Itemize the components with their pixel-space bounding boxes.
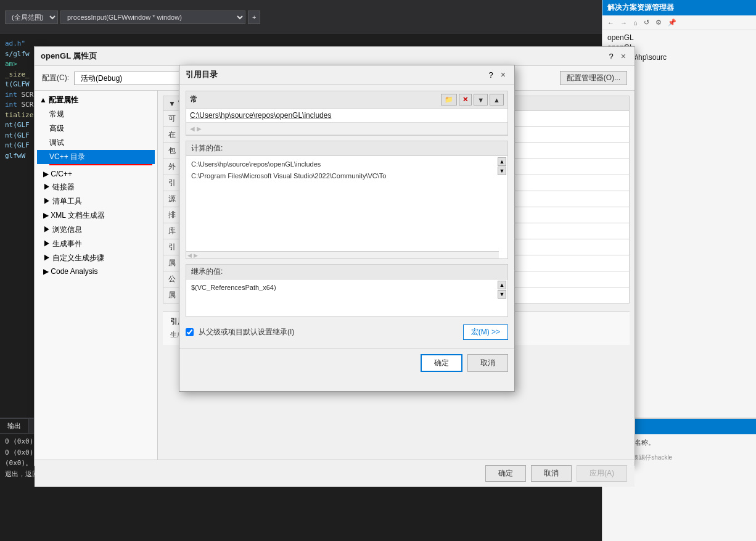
inherited-label: 继承的值: <box>186 265 507 279</box>
output-tab[interactable]: 输出 <box>0 419 29 433</box>
inherit-checkbox[interactable] <box>186 328 194 336</box>
tree-group-buildevent[interactable]: ▶ 生成事件 <box>37 237 155 251</box>
main-ok-btn[interactable]: 确定 <box>485 465 526 482</box>
path-entry-row: C:\Users\hp\source\repos\openGL\includes <box>186 109 507 123</box>
path-scrollbar[interactable]: ◀ ▶ <box>186 123 507 135</box>
inner-dialog-help-icon[interactable]: ? <box>489 70 493 80</box>
inner-cancel-btn[interactable]: 取消 <box>467 354 508 372</box>
computed-hscrollbar[interactable]: ◀ ▶ <box>186 251 499 258</box>
inherited-values-section: 继承的值: $(VC_ReferencesPath_x64) ▲ ▼ <box>186 264 508 317</box>
inner-dialog-close-btn[interactable]: × <box>498 70 508 80</box>
main-dialog-footer: 确定 取消 应用(A) <box>35 460 635 487</box>
back-btn[interactable]: ← <box>605 17 617 28</box>
tree-child-advanced[interactable]: 高级 <box>37 122 155 136</box>
inner-dialog-body: 常 📁 ✕ ▼ ▲ C:\Users\hp\source\repos\openG… <box>179 85 514 349</box>
main-cancel-btn[interactable]: 取消 <box>531 465 572 482</box>
move-up-btn[interactable]: ▲ <box>490 94 504 105</box>
inherit-label: 从父级或项目默认设置继承(I) <box>199 327 294 337</box>
scroll-up-btn[interactable]: ▲ <box>498 157 506 166</box>
computed-value-2: C:\Program Files\Microsoft Visual Studio… <box>191 170 503 182</box>
settings-btn[interactable]: ⚙ <box>653 17 664 28</box>
tree-group-cpp[interactable]: ▶ C/C++ <box>37 168 155 180</box>
tree-group-codeanalysis[interactable]: ▶ Code Analysis <box>37 265 155 278</box>
computed-values-content: C:\Users\hp\source\repos\openGL\includes… <box>186 156 507 258</box>
computed-value-1: C:\Users\hp\source\repos\openGL\includes <box>191 159 503 170</box>
inner-dialog-footer: 确定 取消 <box>179 349 514 377</box>
macro-btn[interactable]: 宏(M) >> <box>463 324 508 340</box>
inner-ok-btn[interactable]: 确定 <box>421 354 462 372</box>
path-section: 常 📁 ✕ ▼ ▲ C:\Users\hp\source\repos\openG… <box>186 91 508 136</box>
delete-entry-btn[interactable]: ✕ <box>459 94 472 105</box>
scroll-down-btn[interactable]: ▼ <box>498 167 506 175</box>
add-tab-btn[interactable]: + <box>248 10 260 24</box>
inherited-value-content: $(VC_ReferencesPath_x64) ▲ ▼ <box>186 279 507 316</box>
forward-btn[interactable]: → <box>618 17 630 28</box>
pin-btn[interactable]: 📌 <box>665 17 679 28</box>
inherit-checkbox-row: 从父级或项目默认设置继承(I) 宏(M) >> <box>186 322 508 342</box>
path-section-label: 常 <box>190 94 197 105</box>
refresh-btn[interactable]: ↺ <box>641 17 652 28</box>
main-dialog-titlebar: openGL 属性页 ? × <box>35 47 635 66</box>
solution-explorer-toolbar: ← → ⌂ ↺ ⚙ 📌 <box>602 15 756 30</box>
tree-group-linker[interactable]: ▶ 链接器 <box>37 180 155 194</box>
left-property-tree: ▲ 配置属性 常规 高级 调试 VC++ 目录 ▶ C/C++ ▶ 链接器 ▶ … <box>35 91 158 460</box>
tree-group-xml[interactable]: ▶ XML 文档生成器 <box>37 209 155 223</box>
inner-dialog-titlebar: 引用目录 ? × <box>179 65 514 85</box>
home-btn[interactable]: ⌂ <box>631 17 640 28</box>
folder-browse-btn[interactable]: 📁 <box>441 94 457 105</box>
computed-scrollbar: ▲ ▼ <box>498 157 506 175</box>
tree-child-vcdirs[interactable]: VC++ 目录 <box>37 150 155 164</box>
path-entry-value[interactable]: C:\Users\hp\source\repos\openGL\includes <box>190 111 504 120</box>
tree-child-general[interactable]: 常规 <box>37 107 155 122</box>
path-scroll-indicator: ◀ ▶ <box>190 125 202 132</box>
main-dialog-help-btn[interactable]: ? <box>609 52 614 61</box>
tree-group-browser[interactable]: ▶ 浏览信息 <box>37 223 155 237</box>
scope-dropdown[interactable]: (全局范围) <box>5 10 58 24</box>
main-dialog-title: openGL 属性页 <box>41 51 97 62</box>
tree-child-debug[interactable]: 调试 <box>37 136 155 150</box>
inherited-scroll-down-btn[interactable]: ▼ <box>498 290 506 299</box>
computed-label: 计算的值: <box>186 141 507 156</box>
main-apply-btn[interactable]: 应用(A) <box>577 465 627 482</box>
move-down-btn[interactable]: ▼ <box>474 94 488 105</box>
inherited-value: $(VC_ReferencesPath_x64) <box>191 282 503 294</box>
solution-explorer-title: 解决方案资源管理器 <box>602 0 756 15</box>
computed-values-section: 计算的值: C:\Users\hp\source\repos\openGL\in… <box>186 141 508 259</box>
tree-root-config[interactable]: ▲ 配置属性 <box>37 93 155 107</box>
path-toolbar: 📁 ✕ ▼ ▲ <box>441 94 504 105</box>
inner-dialog-title: 引用目录 <box>186 69 218 80</box>
main-dialog-close-btn[interactable]: × <box>618 51 628 61</box>
reference-dir-dialog: 引用目录 ? × 常 📁 ✕ ▼ ▲ C:\Users\hp\source\re… <box>179 65 515 392</box>
tree-item-opengl1[interactable]: openGL <box>605 33 754 43</box>
inherited-scroll-up-btn[interactable]: ▲ <box>498 281 506 289</box>
function-dropdown[interactable]: processInput(GLFWwindow * window) <box>60 10 245 24</box>
tree-group-customstep[interactable]: ▶ 自定义生成步骤 <box>37 251 155 265</box>
tree-group-manifest[interactable]: ▶ 清单工具 <box>37 194 155 209</box>
inherited-scrollbar: ▲ ▼ <box>498 281 506 299</box>
config-label: 配置(C): <box>42 73 69 83</box>
config-mgr-btn[interactable]: 配置管理器(O)... <box>560 71 627 85</box>
